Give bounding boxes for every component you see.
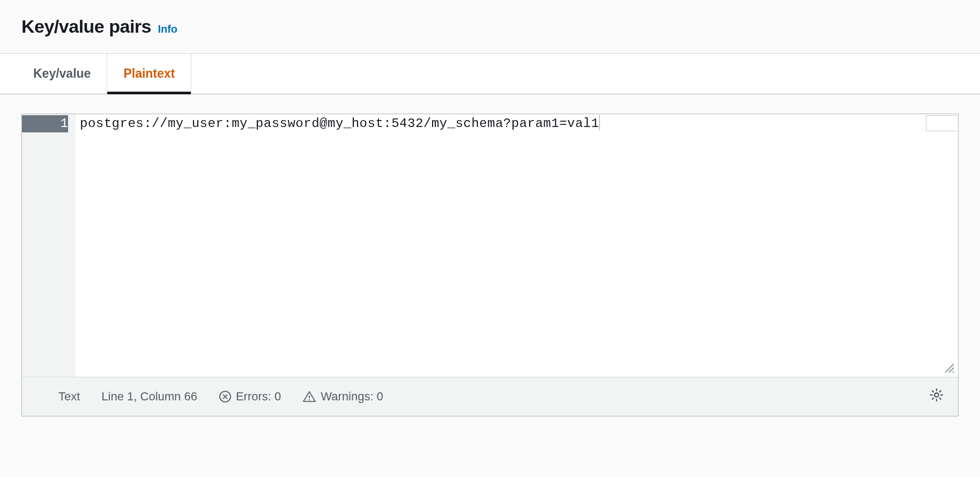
error-icon: [219, 390, 232, 403]
status-errors-text: Errors: 0: [236, 390, 281, 404]
line-gutter: 1: [22, 114, 76, 377]
settings-button[interactable]: [926, 386, 947, 407]
editor-statusbar: Text Line 1, Column 66 Errors: 0 Warnin: [22, 377, 958, 416]
info-link[interactable]: Info: [158, 23, 177, 35]
line-number: 1: [22, 115, 68, 132]
code-line-1[interactable]: postgres://my_user:my_password@my_host:5…: [80, 115, 954, 132]
tab-key-value[interactable]: Key/value: [17, 54, 107, 94]
code-area[interactable]: 1 postgres://my_user:my_password@my_host…: [22, 114, 958, 377]
status-warnings-text: Warnings: 0: [321, 390, 383, 404]
tab-plaintext[interactable]: Plaintext: [107, 54, 191, 94]
status-warnings: Warnings: 0: [302, 390, 383, 404]
gear-icon: [929, 387, 944, 406]
panel-header: Key/value pairs Info: [0, 0, 980, 54]
page-title: Key/value pairs: [21, 16, 151, 36]
warning-icon: [302, 390, 316, 403]
resize-handle-icon[interactable]: [943, 362, 955, 374]
status-mode: Text: [58, 390, 80, 404]
code-text: postgres://my_user:my_password@my_host:5…: [80, 116, 599, 131]
svg-point-8: [934, 393, 938, 397]
svg-point-7: [309, 399, 310, 400]
tabs: Key/value Plaintext: [0, 54, 980, 94]
svg-line-2: [953, 371, 954, 372]
code-editor: 1 postgres://my_user:my_password@my_host…: [21, 114, 959, 416]
code-content[interactable]: postgres://my_user:my_password@my_host:5…: [76, 114, 958, 377]
status-cursor-position: Line 1, Column 66: [101, 390, 197, 404]
status-errors: Errors: 0: [219, 390, 281, 404]
text-cursor: [599, 115, 600, 130]
